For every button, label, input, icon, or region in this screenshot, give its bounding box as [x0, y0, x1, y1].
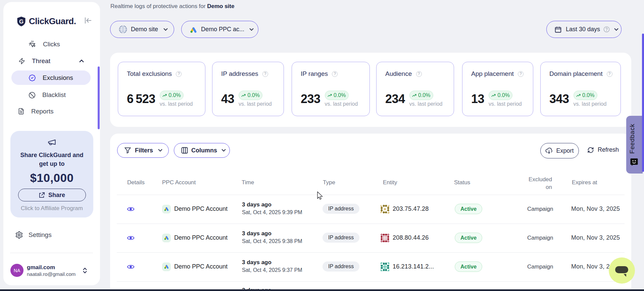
svg-text:G: G	[19, 18, 23, 25]
